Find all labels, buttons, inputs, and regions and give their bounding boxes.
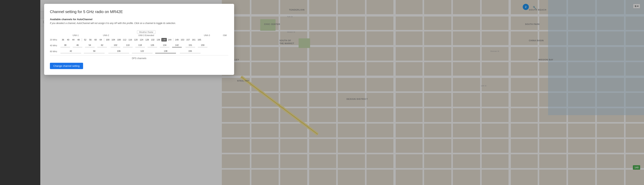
ch-102[interactable]: 102	[111, 43, 120, 47]
ch-60[interactable]: 60	[93, 38, 98, 42]
ch-54[interactable]: 54	[86, 43, 94, 47]
underline-102	[111, 47, 120, 48]
underline-126	[148, 47, 157, 48]
ch-36[interactable]: 36	[60, 38, 66, 42]
left-sidebar	[0, 0, 40, 185]
ch-136[interactable]: 136	[156, 38, 161, 42]
ch-64[interactable]: 64	[98, 38, 103, 42]
ch-132[interactable]: 132	[150, 38, 156, 42]
40mhz-label: 40 MHz	[50, 44, 60, 47]
underline-118	[135, 47, 145, 48]
ch-group-42: 42	[60, 49, 81, 53]
ch-120[interactable]: 120	[133, 38, 138, 42]
ch-159[interactable]: 159	[198, 43, 207, 47]
ch-155[interactable]: 155	[186, 49, 194, 53]
ch-group-126: 126	[148, 43, 157, 48]
unii1-label: UNII-1	[60, 34, 91, 36]
ch-122[interactable]: 122	[138, 49, 146, 53]
sep-unii1-unii2	[82, 38, 82, 41]
ch-group-54: 54	[85, 43, 94, 48]
channels-layout: UNII-1 UNII-2 Weather Radar UNII-2-Exten…	[50, 29, 228, 53]
underline-62	[97, 47, 107, 48]
ch-44[interactable]: 44	[71, 38, 76, 42]
ch-116[interactable]: 116	[128, 38, 133, 42]
ch-161[interactable]: 161	[191, 38, 196, 42]
modal-description: If you deselect a channel, AutoChannel w…	[50, 22, 228, 24]
dfs-label: DFS channels	[50, 55, 228, 60]
underline-54	[85, 47, 94, 48]
ch-112[interactable]: 112	[122, 38, 127, 42]
row-40mhz: 40 MHz 38 46	[50, 43, 228, 48]
ch-group-155: 155	[180, 49, 200, 53]
ch-124[interactable]: 124	[139, 38, 144, 42]
ch-153[interactable]: 153	[180, 38, 185, 42]
weather-radar-label: Weather Radar	[137, 30, 156, 34]
ch-group-102: 102	[111, 43, 120, 48]
80mhz-label: 80 MHz	[50, 50, 60, 52]
ch-151[interactable]: 151	[186, 43, 194, 47]
ch-46[interactable]: 46	[73, 43, 82, 47]
ch-165[interactable]: 165	[197, 38, 202, 42]
ch-group-151: 151	[186, 43, 195, 48]
ch-118[interactable]: 118	[136, 43, 144, 47]
ch-144[interactable]: 144	[167, 38, 172, 42]
underline-122	[132, 53, 152, 53]
change-channel-button[interactable]: Change channel setting	[50, 63, 83, 69]
ch-106[interactable]: 106	[114, 49, 123, 53]
ch-48[interactable]: 48	[76, 38, 81, 42]
underline-159	[198, 47, 208, 48]
ch-110[interactable]: 110	[124, 43, 132, 47]
underline-58	[84, 53, 104, 53]
underline-138	[155, 53, 176, 53]
ch-group-58: 58	[84, 49, 104, 53]
row-80mhz: 80 MHz 42 58	[50, 49, 228, 53]
ch-52[interactable]: 52	[83, 38, 88, 42]
ch-group-106: 106	[108, 49, 129, 53]
channels-row-20: 36 40 44 48 52 56 60 64 100	[60, 38, 228, 42]
ch-group-62: 62	[97, 43, 107, 48]
ch-108[interactable]: 108	[116, 38, 122, 42]
ch-40[interactable]: 40	[66, 38, 70, 42]
sep-unii2-unii2ext	[104, 38, 104, 41]
ch-58[interactable]: 58	[90, 49, 98, 53]
channels-row-40: 38 46 54	[60, 43, 228, 48]
ch-104[interactable]: 104	[110, 38, 116, 42]
ch-group-110: 110	[123, 43, 132, 48]
ch-157[interactable]: 157	[185, 38, 191, 42]
ch-134[interactable]: 134	[160, 43, 169, 47]
unii3-label: UNII-3	[193, 34, 221, 36]
main-content: channels Edit settings... ▾ Name Channel…	[40, 0, 644, 185]
unii2ext-label: Weather Radar UNII-2-Extended	[121, 30, 171, 36]
ch-group-138: 138	[155, 49, 176, 53]
20mhz-label: 20 MHz	[50, 38, 60, 41]
modal-dialog: Channel setting for 5 GHz radio on MR42E…	[44, 4, 234, 75]
unii2ext-text: UNII-2-Extended	[138, 34, 154, 36]
row-20mhz: 20 MHz 36 40 44 48 52 56 60 64	[50, 38, 228, 42]
underline-134	[160, 47, 170, 48]
ch-42[interactable]: 42	[66, 49, 75, 53]
sep-unii2ext-unii3	[173, 38, 173, 41]
ch-138[interactable]: 138	[162, 49, 170, 53]
underline-106	[108, 53, 129, 53]
ch-62[interactable]: 62	[98, 43, 106, 47]
ch-56[interactable]: 56	[88, 38, 93, 42]
ch-group-38: 38	[60, 43, 70, 48]
ism-label: ISM	[221, 34, 228, 36]
modal-overlay: Channel setting for 5 GHz radio on MR42E…	[40, 0, 644, 185]
ch-126[interactable]: 126	[148, 43, 156, 47]
unii2-label: UNII-2	[91, 34, 121, 36]
ch-group-46: 46	[73, 43, 82, 48]
ch-38[interactable]: 38	[61, 43, 70, 47]
ch-140[interactable]: 140	[162, 38, 167, 42]
underline-110	[123, 47, 132, 48]
ch-group-134: 134	[160, 43, 170, 48]
channels-row-80: 42 58 106	[60, 49, 228, 53]
modal-subtitle: Available channels for AutoChannel	[50, 18, 228, 21]
ch-142[interactable]: 142	[173, 43, 181, 47]
ch-100[interactable]: 100	[105, 38, 110, 42]
ch-group-118: 118	[135, 43, 145, 48]
underline-42	[60, 53, 81, 53]
ch-128[interactable]: 128	[144, 38, 150, 42]
ch-149[interactable]: 149	[174, 38, 180, 42]
underline-38	[60, 47, 70, 48]
